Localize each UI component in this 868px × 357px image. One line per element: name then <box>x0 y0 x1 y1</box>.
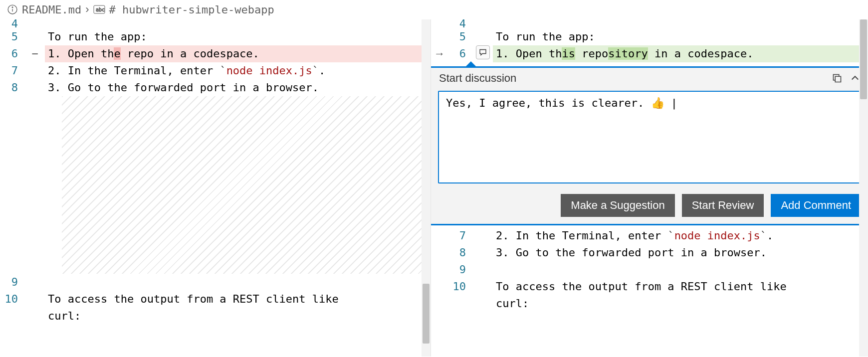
line-number: 4 <box>448 19 473 28</box>
code-row: 8 3. Go to the forwarded port in a brows… <box>0 79 431 96</box>
arrow-right-icon: → <box>431 45 448 62</box>
discussion-title: Start discussion <box>439 72 516 85</box>
symbol-string-icon: abc <box>93 5 105 14</box>
breadcrumb-heading[interactable]: # hubwriter-simple-webapp <box>109 3 274 16</box>
breadcrumb: README.md › abc # hubwriter-simple-webap… <box>0 0 868 19</box>
scrollbar-thumb[interactable] <box>423 284 430 344</box>
chevron-up-icon[interactable] <box>850 73 860 83</box>
add-comment-button[interactable] <box>476 45 490 59</box>
code-row: 4 <box>431 19 868 28</box>
svg-text:abc: abc <box>96 7 105 12</box>
code-row-deleted: 6 − 1. Open the repo in a codespace. <box>0 45 431 62</box>
expand-icon[interactable] <box>832 73 842 83</box>
line-number: 5 <box>448 28 473 45</box>
code-row: 4 <box>0 19 431 28</box>
line-number: 9 <box>0 274 25 291</box>
code-row-added: → 6 1. Open this repository in a codespa… <box>431 45 868 62</box>
code-row: curl: <box>431 295 868 312</box>
diff-container: 4 5 To run the app: 6 − 1. Open the repo… <box>0 19 868 357</box>
line-number: 7 <box>448 227 473 244</box>
line-number: 6 <box>0 45 25 62</box>
line-number: 8 <box>0 79 25 96</box>
scrollbar-vertical[interactable] <box>422 19 431 357</box>
line-number: 10 <box>448 278 473 295</box>
line-number: 9 <box>448 261 473 278</box>
breadcrumb-file[interactable]: README.md <box>22 3 81 16</box>
svg-point-2 <box>12 7 13 8</box>
code-row: 9 <box>431 261 868 278</box>
start-review-button[interactable]: Start Review <box>682 194 764 217</box>
code-row: 5 To run the app: <box>431 28 868 45</box>
diff-pane-original: 4 5 To run the app: 6 − 1. Open the repo… <box>0 19 431 357</box>
diff-pane-modified: 4 5 To run the app: → 6 1. Open this rep… <box>431 19 868 357</box>
diff-gap-indicator <box>62 96 431 274</box>
code-row: 7 2. In the Terminal, enter `node index.… <box>0 62 431 79</box>
code-row: 10 To access the output from a REST clie… <box>431 278 868 295</box>
line-number: 6 <box>448 45 473 62</box>
code-row: 5 To run the app: <box>0 28 431 45</box>
scrollbar-thumb[interactable] <box>860 19 867 99</box>
comment-input[interactable] <box>438 91 861 183</box>
line-number: 10 <box>0 291 25 308</box>
line-number: 5 <box>0 28 25 45</box>
minus-icon: − <box>31 45 38 62</box>
code-row: 10 To access the output from a REST clie… <box>0 291 431 308</box>
line-number: 7 <box>0 62 25 79</box>
info-icon <box>7 4 18 15</box>
scrollbar-vertical[interactable] <box>859 19 868 357</box>
code-row: 9 <box>0 274 431 291</box>
add-comment-button[interactable]: Add Comment <box>771 194 861 217</box>
comment-icon <box>479 48 487 56</box>
code-row: 7 2. In the Terminal, enter `node index.… <box>431 227 868 244</box>
code-row: 8 3. Go to the forwarded port in a brows… <box>431 244 868 261</box>
line-number: 4 <box>0 19 25 28</box>
discussion-panel: Start discussion Make a Suggestion Start… <box>431 66 868 225</box>
chevron-right-icon: › <box>85 3 89 16</box>
code-row: curl: <box>0 308 431 325</box>
make-suggestion-button[interactable]: Make a Suggestion <box>561 194 674 217</box>
line-number: 8 <box>448 244 473 261</box>
